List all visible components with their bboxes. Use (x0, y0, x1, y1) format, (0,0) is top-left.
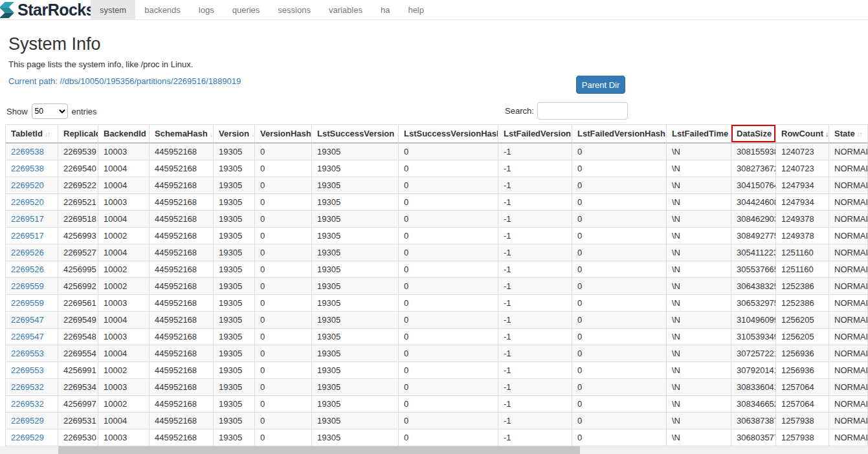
cell-versionhash: 0 (255, 278, 312, 295)
nav-tab-logs[interactable]: logs (190, 0, 223, 19)
column-header-backendid[interactable]: BackendId↓↑ (98, 124, 150, 144)
table-row: 2269526226952710004445952168193050193050… (5, 244, 868, 261)
starrocks-logo: StarRocks (0, 0, 91, 19)
nav-tab-help[interactable]: help (399, 0, 433, 19)
tablet-link[interactable]: 2269547 (11, 315, 44, 325)
nav-tab-variables[interactable]: variables (320, 0, 372, 19)
column-header-lstsuccessversionhash[interactable]: LstSuccessVersionHash↓↑ (399, 124, 498, 144)
search-input[interactable] (537, 102, 628, 120)
sort-both-icon: ↓↑ (857, 130, 862, 138)
cell-lstsuccessversion: 19305 (312, 413, 399, 429)
cell-datasize: 306803577 (731, 429, 776, 446)
cell-version: 19305 (214, 278, 255, 295)
cell-lstfailedversionhash: 0 (572, 429, 667, 446)
cell-replicaid: 4256995 (58, 261, 98, 278)
cell-lstsuccessversion: 19305 (312, 429, 399, 446)
tablet-link[interactable]: 2269532 (11, 382, 44, 392)
tablet-link[interactable]: 2269532 (11, 399, 44, 409)
cell-lstsuccessversionhash: 0 (399, 379, 498, 396)
tablet-link[interactable]: 2269553 (11, 365, 44, 375)
tablet-link[interactable]: 2269529 (11, 416, 44, 426)
cell-lstfailedversionhash: 0 (572, 312, 667, 329)
cell-version: 19305 (214, 244, 255, 261)
column-label: LstFailedVersionHash (577, 129, 665, 138)
cell-lstsuccessversionhash: 0 (399, 329, 498, 345)
current-path-link[interactable]: //dbs/10050/195356/partitions/2269516/18… (60, 76, 241, 86)
tablet-link[interactable]: 2269526 (11, 248, 44, 257)
tablet-link[interactable]: 2269559 (11, 298, 44, 308)
nav-tab-ha[interactable]: ha (372, 0, 399, 19)
cell-replicaid: 4256992 (58, 278, 98, 295)
starrocks-logo-icon (0, 1, 16, 19)
column-header-tabletid[interactable]: TabletId↓↑ (5, 124, 58, 144)
cell-lstfailedversion: -1 (498, 177, 572, 194)
cell-backendid: 10004 (98, 177, 150, 194)
cell-lstsuccessversion: 19305 (312, 379, 399, 396)
column-header-version[interactable]: Version↓↑ (214, 124, 255, 144)
nav-tab-sessions[interactable]: sessions (269, 0, 320, 19)
cell-backendid: 10003 (98, 144, 150, 160)
tablet-link[interactable]: 2269517 (11, 231, 44, 241)
cell-version: 19305 (214, 379, 255, 396)
tablet-link[interactable]: 2269517 (11, 214, 44, 224)
tablet-link[interactable]: 2269520 (11, 197, 44, 207)
cell-lstfailedversionhash: 0 (572, 329, 667, 345)
cell-backendid: 10002 (98, 396, 150, 413)
column-label: LstSuccessVersionHash (404, 129, 498, 138)
cell-backendid: 10003 (98, 379, 150, 396)
column-header-versionhash[interactable]: VersionHash↓↑ (255, 124, 312, 144)
cell-lstfailedversionhash: 0 (572, 211, 667, 228)
parent-dir-button[interactable]: Parent Dir (576, 76, 625, 94)
cell-datasize: 305537665 (731, 261, 776, 278)
cell-versionhash: 0 (255, 211, 312, 228)
nav-tabs: systembackendslogsqueriessessionsvariabl… (91, 0, 433, 19)
cell-datasize: 308155938 (731, 144, 776, 160)
nav-tab-queries[interactable]: queries (223, 0, 269, 19)
tablet-link[interactable]: 2269526 (11, 265, 44, 274)
cell-versionhash: 0 (255, 295, 312, 312)
nav-tab-system[interactable]: system (91, 0, 135, 19)
cell-lstsuccessversion: 19305 (312, 160, 399, 177)
cell-version: 19305 (214, 160, 255, 177)
column-header-state[interactable]: State↓↑ (829, 124, 868, 144)
column-header-lstsuccessversion[interactable]: LstSuccessVersion↓↑ (312, 124, 399, 144)
cell-tabletid: 2269517 (5, 211, 58, 228)
column-header-replicaid[interactable]: ReplicaId↓↑ (58, 124, 98, 144)
cell-lstfailedversionhash: 0 (572, 228, 667, 244)
cell-state: NORMAL (829, 194, 868, 211)
sort-both-icon: ↓↑ (45, 130, 49, 138)
column-header-datasize[interactable]: DataSize↓↑ (731, 124, 776, 144)
search-label: Search: (505, 106, 534, 116)
cell-schemahash: 445952168 (150, 244, 214, 261)
table-row: 2269553226955410004445952168193050193050… (5, 345, 868, 362)
cell-datasize: 307920141 (731, 362, 776, 379)
table-row: 2269526425699510002445952168193050193050… (5, 261, 868, 278)
cell-rowcount: 1251160 (776, 261, 829, 278)
column-header-lstfailedversion[interactable]: LstFailedVersion↓↑ (498, 124, 572, 144)
table-row: 2269547226954810003445952168193050193050… (5, 329, 868, 345)
column-header-rowcount[interactable]: RowCount↓ (776, 124, 829, 144)
nav-tab-backends[interactable]: backends (135, 0, 190, 19)
column-header-lstfailedtime[interactable]: LstFailedTime↓↑ (667, 124, 731, 144)
tablet-link[interactable]: 2269538 (11, 147, 44, 157)
cell-version: 19305 (214, 211, 255, 228)
cell-version: 19305 (214, 261, 255, 278)
tablet-link[interactable]: 2269538 (11, 164, 44, 173)
tablet-link[interactable]: 2269553 (11, 349, 44, 358)
column-header-schemahash[interactable]: SchemaHash↓↑ (150, 124, 214, 144)
cell-rowcount: 1256936 (776, 345, 829, 362)
horizontal-scrollbar[interactable] (0, 446, 868, 454)
page-size-select[interactable]: 50 (32, 103, 68, 119)
cell-datasize: 305411223 (731, 244, 776, 261)
column-header-lstfailedversionhash[interactable]: LstFailedVersionHash↓↑ (572, 124, 667, 144)
cell-tabletid: 2269559 (5, 278, 58, 295)
horizontal-scrollbar-thumb[interactable] (58, 446, 580, 454)
cell-lstfailedversion: -1 (498, 261, 572, 278)
cell-tabletid: 2269520 (5, 177, 58, 194)
tablet-link[interactable]: 2269520 (11, 180, 44, 190)
tablet-link[interactable]: 2269559 (11, 281, 44, 291)
cell-tabletid: 2269553 (5, 362, 58, 379)
tablet-link[interactable]: 2269529 (11, 433, 44, 442)
tablet-link[interactable]: 2269547 (11, 332, 44, 341)
cell-lstfailedversion: -1 (498, 429, 572, 446)
